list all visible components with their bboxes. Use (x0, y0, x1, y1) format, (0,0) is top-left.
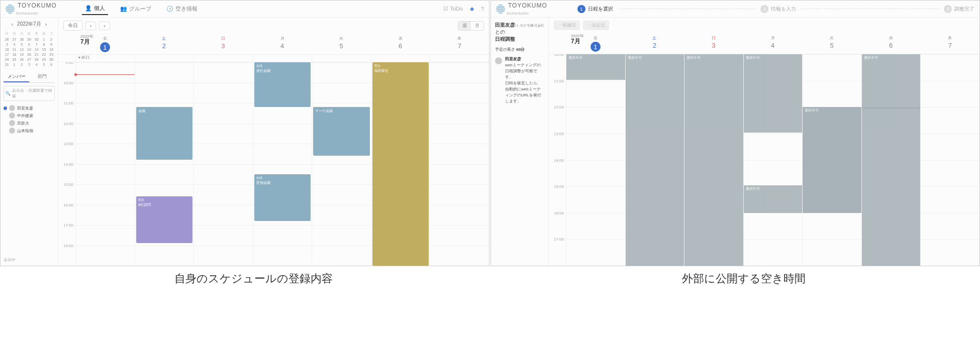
day-header[interactable]: 日3 (193, 34, 253, 54)
day-header[interactable]: 木7 (920, 33, 979, 54)
day-column[interactable]: 会議面談A社訪問 (135, 62, 194, 266)
subtab-dept[interactable]: 部門 (29, 72, 55, 82)
day-column[interactable]: 選択不可選択不可 (743, 54, 803, 266)
unavailable-block (862, 107, 921, 109)
unavailable-block: 選択不可 (744, 185, 803, 213)
day-header[interactable]: 水6 (371, 34, 430, 54)
next-button[interactable]: › (99, 22, 110, 30)
header: TOYOKUMOScheduler 👤 個人 👥 グループ 🕓 空き情報 ☑ T… (1, 1, 489, 18)
step-1: 1日程を選択 (577, 5, 613, 13)
duration: 予定の長さ 60分 (495, 47, 544, 52)
footer-status: 表示中 (4, 257, 55, 263)
mini-calendar[interactable]: 日月火水木金土262728293012345678910111213141516… (4, 31, 55, 67)
caption-left: 自身のスケジュールの登録内容 (174, 271, 333, 286)
calendar-event[interactable]: 会議定例会議 (254, 174, 311, 221)
day-header[interactable]: 火5 (802, 33, 861, 54)
search-input[interactable]: 🔍 表示名・所属部署で検索 (4, 86, 55, 101)
day-header[interactable]: 火5 (312, 34, 371, 54)
day-header[interactable]: 土2 (135, 34, 194, 54)
minical-prev[interactable]: ‹ (12, 22, 13, 27)
calendar-event[interactable]: 面談A社訪問 (136, 196, 193, 243)
day-column[interactable]: 選択不可 (861, 54, 921, 266)
day-column[interactable]: 選択不可 (684, 54, 743, 266)
day-column[interactable] (920, 54, 979, 266)
day-column[interactable] (75, 62, 135, 266)
day-header[interactable]: 月4 (253, 34, 312, 54)
day-column[interactable]: 選択不可 (566, 54, 625, 266)
day-header[interactable]: 水6 (861, 33, 921, 54)
minical-title: 2022年7月 (17, 21, 41, 28)
todo-button[interactable]: ☑ ToDo (443, 6, 463, 12)
day-column[interactable]: 面談福利厚生 (371, 62, 430, 266)
day-column[interactable]: 会議全社会議会議定例会議 (253, 62, 312, 266)
day-header[interactable]: 土2 (625, 33, 684, 54)
logo: TOYOKUMOScheduler (496, 2, 547, 16)
calendar-event[interactable]: 会議 (136, 107, 193, 160)
day-column[interactable]: 選択不可 (802, 54, 861, 266)
step-3: 3調整完了 (944, 5, 974, 13)
unavailable-block: 選択不可 (803, 107, 861, 213)
day-column[interactable] (193, 62, 253, 266)
header: TOYOKUMOScheduler 1日程を選択 2情報を入力 3調整完了 (491, 1, 979, 18)
view-month[interactable]: 月 (471, 22, 483, 30)
tab-personal[interactable]: 👤 個人 (82, 3, 108, 15)
unavailable-block: 選択不可 (684, 54, 743, 266)
view-week[interactable]: 週 (458, 22, 471, 30)
logo-icon (496, 5, 505, 14)
day-header[interactable]: 木7 (430, 34, 489, 54)
calendar-event[interactable]: 会議全社会議 (254, 62, 311, 107)
today-button[interactable]: 今日 (63, 21, 82, 31)
panel-external: TOYOKUMOScheduler 1日程を選択 2情報を入力 3調整完了 田里… (491, 0, 980, 266)
help-icon[interactable]: ? (481, 6, 484, 12)
caption-right: 外部に公開する空き時間 (682, 271, 806, 286)
day-header[interactable]: 月4 (743, 33, 803, 54)
day-header[interactable]: 日3 (684, 33, 743, 54)
unavailable-block: 選択不可 (744, 54, 803, 133)
day-column[interactable] (430, 62, 489, 266)
tab-availability[interactable]: 🕓 空き情報 (163, 3, 201, 15)
member-item[interactable]: 高坂大 (4, 120, 55, 126)
meeting-title: 田里友彦/トヨクモ株式会社 との 日程調整 (495, 22, 544, 43)
sidebar: ‹ 2022年7月 › 日月火水木金土262728293012345678910… (1, 18, 58, 266)
pill-candidate[interactable]: ・候補日 (554, 21, 580, 30)
unavailable-block: 選択不可 (862, 54, 921, 266)
day-column[interactable]: 選択不可 (625, 54, 684, 266)
calendar-event[interactable]: 面談福利厚生 (372, 62, 429, 266)
avatar-icon (495, 57, 502, 64)
tab-group[interactable]: 👥 グループ (117, 3, 154, 15)
logo-icon (6, 5, 15, 14)
calendar-event[interactable]: マーケ会議 (313, 107, 370, 156)
logo: TOYOKUMOScheduler (6, 2, 57, 16)
pill-confirmed[interactable]: ・決定日 (583, 21, 609, 30)
notification-icon[interactable]: ◆ (470, 6, 474, 12)
host-message: 田里友彦webミーティングの日程調整が可能です。 日時を確定したら、自動的にwe… (495, 56, 544, 104)
member-item[interactable]: 山本拓哉 (4, 128, 55, 134)
minical-next[interactable]: › (45, 22, 47, 27)
sidebar: 田里友彦/トヨクモ株式会社 との 日程調整 予定の長さ 60分 田里友彦webミ… (491, 18, 549, 266)
step-2: 2情報を入力 (760, 5, 796, 13)
member-item[interactable]: 田里友彦 (4, 105, 55, 111)
member-item[interactable]: 中外建築 (4, 112, 55, 119)
subtab-member[interactable]: メンバー (4, 72, 29, 82)
prev-button[interactable]: ‹ (85, 22, 96, 30)
day-column[interactable]: マーケ会議 (312, 62, 371, 266)
unavailable-block: 選択不可 (626, 54, 684, 266)
panel-schedule: TOYOKUMOScheduler 👤 個人 👥 グループ 🕓 空き情報 ☑ T… (0, 0, 489, 266)
unavailable-block: 選択不可 (566, 54, 625, 80)
